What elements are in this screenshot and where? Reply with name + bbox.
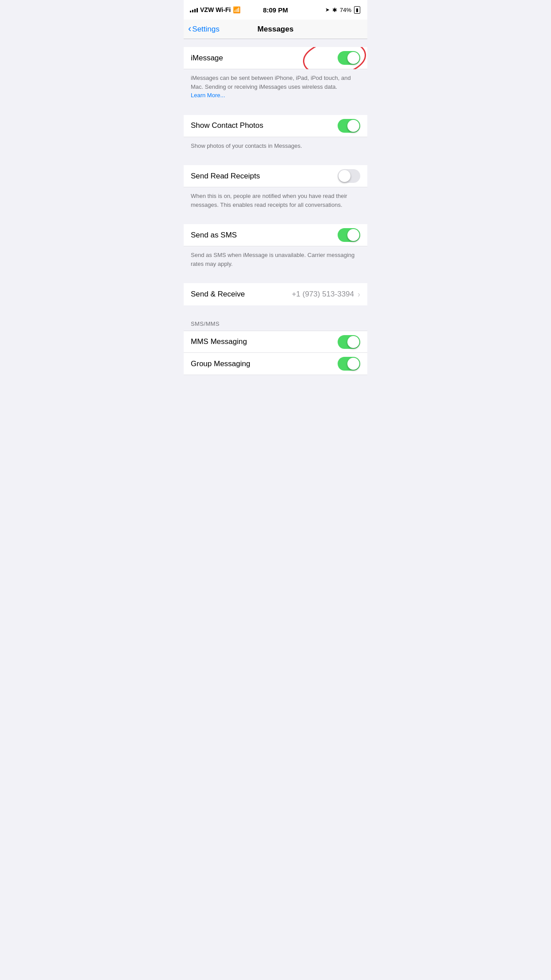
back-label: Settings bbox=[192, 25, 219, 34]
read-receipts-section: Send Read Receipts When this is on, peop… bbox=[184, 165, 367, 216]
mms-messaging-label: MMS Messaging bbox=[191, 332, 247, 352]
imessage-description: iMessages can be sent between iPhone, iP… bbox=[184, 69, 367, 107]
status-bar: VZW Wi-Fi 📶 8:09 PM ➤ ✱ 74% ▮ bbox=[184, 0, 367, 20]
send-receive-chevron-icon: › bbox=[358, 290, 360, 299]
send-receive-value: +1 (973) 513-3394 bbox=[292, 290, 354, 299]
nav-bar: ‹ Settings Messages bbox=[184, 20, 367, 39]
wifi-icon: 📶 bbox=[233, 6, 240, 13]
read-receipts-toggle[interactable] bbox=[338, 169, 360, 183]
send-sms-label: Send as SMS bbox=[191, 225, 237, 245]
send-receive-label: Send & Receive bbox=[191, 285, 245, 304]
contact-photos-row: Show Contact Photos bbox=[184, 115, 367, 137]
send-sms-section: Send as SMS Send as SMS when iMessage is… bbox=[184, 224, 367, 275]
read-receipts-label: Send Read Receipts bbox=[191, 166, 260, 186]
bluetooth-icon: ✱ bbox=[332, 7, 337, 13]
send-receive-right: +1 (973) 513-3394 › bbox=[292, 290, 360, 299]
back-chevron-icon: ‹ bbox=[188, 23, 191, 35]
settings-content: iMessage iMessages can be sent between i… bbox=[184, 39, 367, 383]
battery-percentage: 74% bbox=[340, 7, 351, 13]
contact-photos-section: Show Contact Photos Show photos of your … bbox=[184, 115, 367, 158]
group-messaging-toggle-container bbox=[338, 357, 360, 371]
mms-messaging-toggle-knob bbox=[347, 336, 359, 348]
send-sms-description-text: Send as SMS when iMessage is unavailable… bbox=[191, 252, 354, 267]
contact-photos-toggle[interactable] bbox=[338, 119, 360, 133]
mms-messaging-toggle-container bbox=[338, 335, 360, 349]
send-sms-toggle-container bbox=[338, 228, 360, 242]
contact-photos-label: Show Contact Photos bbox=[191, 116, 263, 135]
contact-photos-description: Show photos of your contacts in Messages… bbox=[184, 137, 367, 158]
imessage-toggle[interactable] bbox=[338, 51, 360, 65]
imessage-row-container: iMessage bbox=[184, 47, 367, 69]
contact-photos-description-text: Show photos of your contacts in Messages… bbox=[191, 142, 302, 149]
signal-icon bbox=[190, 7, 198, 12]
send-sms-toggle[interactable] bbox=[338, 228, 360, 242]
status-right: ➤ ✱ 74% ▮ bbox=[325, 6, 360, 14]
send-sms-row: Send as SMS bbox=[184, 224, 367, 246]
read-receipts-description: When this is on, people are notified whe… bbox=[184, 187, 367, 216]
send-receive-section: Send & Receive +1 (973) 513-3394 › bbox=[184, 283, 367, 305]
read-receipts-description-text: When this is on, people are notified whe… bbox=[191, 193, 347, 208]
mms-messaging-row: MMS Messaging bbox=[184, 331, 367, 353]
contact-photos-toggle-knob bbox=[347, 120, 359, 132]
status-left: VZW Wi-Fi 📶 bbox=[190, 6, 240, 13]
smsmms-section-label: SMS/MMS bbox=[184, 313, 367, 331]
contact-photos-toggle-container bbox=[338, 119, 360, 133]
mms-messaging-toggle[interactable] bbox=[338, 335, 360, 349]
status-time: 8:09 PM bbox=[263, 6, 288, 14]
battery-icon: ▮ bbox=[354, 6, 360, 14]
group-messaging-toggle[interactable] bbox=[338, 357, 360, 371]
imessage-section: iMessage iMessages can be sent between i… bbox=[184, 47, 367, 107]
group-messaging-row: Group Messaging bbox=[184, 353, 367, 375]
send-sms-description: Send as SMS when iMessage is unavailable… bbox=[184, 246, 367, 275]
send-receive-row[interactable]: Send & Receive +1 (973) 513-3394 › bbox=[184, 283, 367, 305]
imessage-learn-more-link[interactable]: Learn More... bbox=[191, 92, 225, 99]
group-messaging-toggle-knob bbox=[347, 358, 359, 370]
smsmms-section: SMS/MMS MMS Messaging Group Messaging bbox=[184, 313, 367, 375]
read-receipts-row: Send Read Receipts bbox=[184, 165, 367, 187]
page-title: Messages bbox=[257, 25, 293, 34]
imessage-toggle-container bbox=[338, 51, 360, 65]
imessage-description-text: iMessages can be sent between iPhone, iP… bbox=[191, 75, 351, 90]
imessage-toggle-knob bbox=[347, 52, 359, 64]
imessage-row: iMessage bbox=[184, 47, 367, 69]
carrier-label: VZW Wi-Fi bbox=[200, 6, 231, 13]
location-icon: ➤ bbox=[325, 7, 330, 13]
read-receipts-toggle-container bbox=[338, 169, 360, 183]
group-messaging-label: Group Messaging bbox=[191, 354, 250, 374]
back-button[interactable]: ‹ Settings bbox=[188, 24, 220, 35]
send-sms-toggle-knob bbox=[347, 229, 359, 241]
imessage-label: iMessage bbox=[191, 48, 223, 68]
read-receipts-toggle-knob bbox=[338, 170, 350, 182]
